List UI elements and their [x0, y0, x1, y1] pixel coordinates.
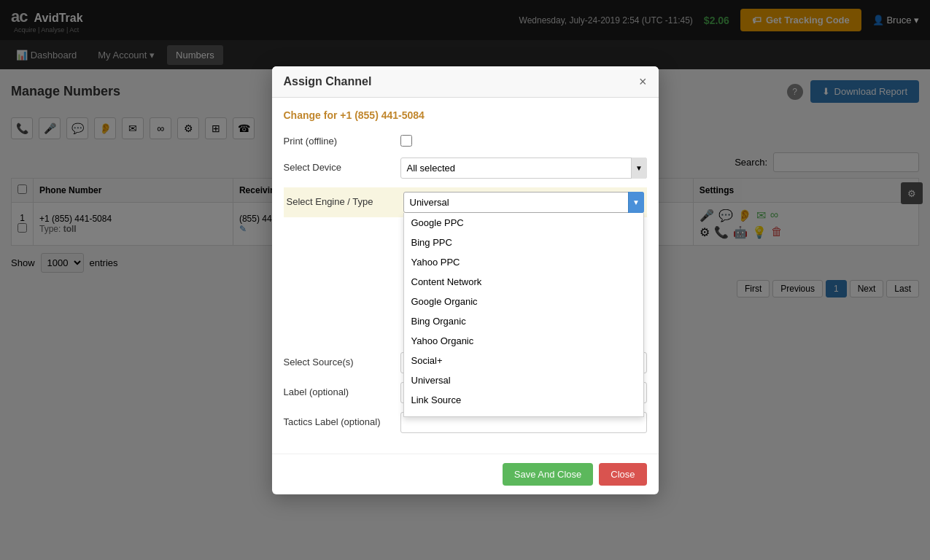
print-offline-row: Print (offline): [284, 131, 647, 149]
engine-option-universal[interactable]: Universal: [404, 370, 643, 390]
print-offline-control: [400, 131, 647, 149]
engine-option-social-plus[interactable]: Social+: [404, 351, 643, 370]
select-engine-arrow: ▼: [628, 192, 644, 213]
label-label: Label (optional): [284, 382, 400, 397]
modal-title: Assign Channel: [284, 75, 372, 88]
select-device-arrow: ▼: [631, 158, 647, 179]
select-engine-dropdown[interactable]: Universal ▼: [403, 192, 644, 213]
close-modal-button[interactable]: Close: [599, 463, 646, 486]
engine-option-content-network[interactable]: Content Network: [404, 272, 643, 292]
select-engine-row: Select Engine / Type Universal ▼ Google …: [284, 187, 647, 217]
modal-footer: Save And Close Close: [272, 454, 659, 494]
modal-subtitle: Change for +1 (855) 441-5084: [284, 109, 647, 121]
engine-option-link-source[interactable]: Link Source: [404, 390, 643, 410]
engine-dropdown-list: Google PPC Bing PPC Yahoo PPC Content Ne…: [403, 213, 644, 417]
select-device-label: Select Device: [284, 158, 400, 173]
select-engine-label: Select Engine / Type: [287, 192, 403, 207]
engine-option-google-ppc[interactable]: Google PPC: [404, 213, 643, 233]
engine-option-bing-organic[interactable]: Bing Organic: [404, 311, 643, 331]
select-device-row: Select Device All selected ▼: [284, 158, 647, 179]
select-engine-control: Universal ▼ Google PPC Bing PPC Yahoo PP…: [403, 192, 644, 213]
select-engine-value: Universal: [410, 197, 449, 208]
tactics-label: Tactics Label (optional): [284, 412, 400, 427]
engine-option-yahoo-ppc[interactable]: Yahoo PPC: [404, 252, 643, 272]
select-device-control: All selected ▼: [400, 158, 647, 179]
print-offline-label: Print (offline): [284, 131, 400, 147]
engine-option-direct[interactable]: Direct: [404, 410, 643, 417]
select-device-dropdown[interactable]: All selected ▼: [400, 158, 647, 179]
select-device-value: All selected: [407, 163, 455, 174]
assign-channel-modal: Assign Channel × Change for +1 (855) 441…: [272, 66, 659, 494]
select-source-label: Select Source(s): [284, 352, 400, 368]
engine-option-yahoo-organic[interactable]: Yahoo Organic: [404, 331, 643, 351]
print-offline-checkbox[interactable]: [400, 135, 412, 147]
modal-body: Change for +1 (855) 441-5084 Print (offl…: [272, 98, 659, 454]
modal-overlay: Assign Channel × Change for +1 (855) 441…: [0, 0, 930, 560]
engine-option-google-organic[interactable]: Google Organic: [404, 292, 643, 311]
engine-option-bing-ppc[interactable]: Bing PPC: [404, 233, 643, 252]
modal-close-button[interactable]: ×: [639, 75, 647, 88]
save-and-close-button[interactable]: Save And Close: [503, 463, 594, 486]
modal-header: Assign Channel ×: [272, 66, 659, 98]
